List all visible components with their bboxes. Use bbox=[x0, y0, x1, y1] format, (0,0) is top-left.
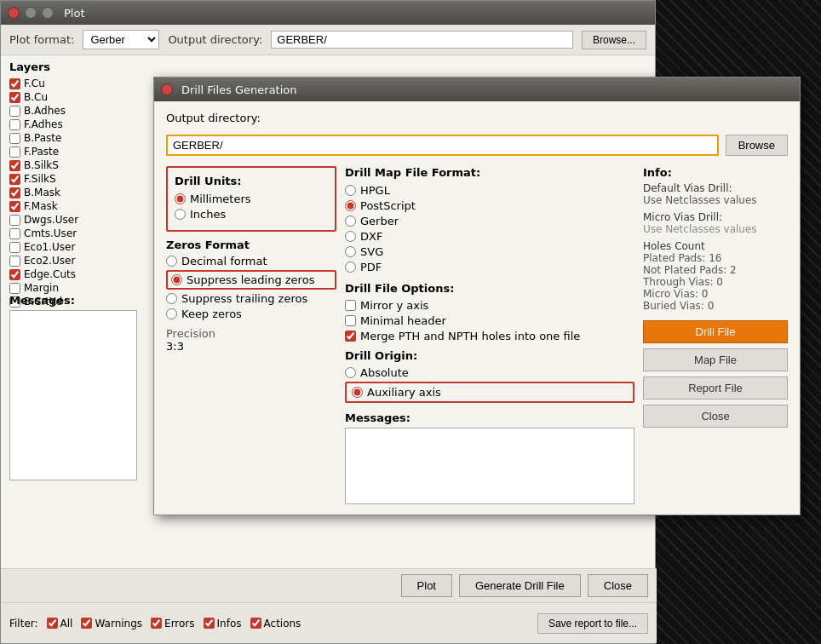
filter-warnings-item[interactable]: Warnings bbox=[81, 618, 142, 630]
filter-infos-item[interactable]: Infos bbox=[204, 618, 242, 630]
layer-cmts-check[interactable] bbox=[9, 228, 20, 239]
layer-bmask-check[interactable] bbox=[9, 187, 20, 198]
toolbar: Plot format: Gerber Output directory: Br… bbox=[1, 25, 655, 55]
minimal-header-row: Minimal header bbox=[345, 314, 634, 327]
browse-button[interactable]: Browse... bbox=[582, 31, 646, 49]
layer-eco1-check[interactable] bbox=[9, 242, 20, 253]
pdf-row: PDF bbox=[345, 261, 634, 273]
drill-dialog: Drill Files Generation Output directory:… bbox=[153, 77, 801, 515]
generate-drill-button[interactable]: Generate Drill File bbox=[459, 574, 581, 597]
layer-badhes-check[interactable] bbox=[9, 106, 20, 117]
postscript-row: PostScript bbox=[345, 199, 634, 212]
layer-dwgs-check[interactable] bbox=[9, 215, 20, 226]
decimal-format-radio[interactable] bbox=[166, 256, 177, 267]
close-btn[interactable] bbox=[8, 7, 20, 19]
filter-errors-item[interactable]: Errors bbox=[151, 618, 195, 630]
minimize-btn[interactable] bbox=[25, 7, 37, 19]
bottom-action-bar: Plot Generate Drill File Close bbox=[1, 568, 657, 602]
precision-value: 3:3 bbox=[166, 340, 336, 353]
layer-bsilks-check[interactable] bbox=[9, 160, 20, 171]
hpgl-label: HPGL bbox=[360, 184, 390, 197]
drill-close-dialog-button[interactable]: Close bbox=[643, 405, 788, 428]
suppress-trailing-row: Suppress trailing zeros bbox=[166, 292, 336, 305]
hpgl-row: HPGL bbox=[345, 184, 634, 197]
output-input[interactable] bbox=[271, 31, 573, 49]
pdf-label: PDF bbox=[360, 261, 382, 273]
layer-bcu-check[interactable] bbox=[9, 92, 20, 103]
precision-section: Precision 3:3 bbox=[166, 327, 336, 353]
inches-label: Inches bbox=[190, 208, 226, 221]
absolute-radio[interactable] bbox=[345, 367, 356, 378]
layer-fsilks-check[interactable] bbox=[9, 174, 20, 185]
filter-all-item[interactable]: All bbox=[47, 618, 73, 630]
drill-output-label: Output directory: bbox=[166, 112, 261, 124]
filter-warnings-check[interactable] bbox=[81, 618, 92, 629]
postscript-radio[interactable] bbox=[345, 200, 356, 211]
save-report-button[interactable]: Save report to file... bbox=[537, 613, 648, 634]
filter-infos-check[interactable] bbox=[204, 618, 215, 629]
merge-pth-check[interactable] bbox=[345, 331, 356, 342]
drill-close-btn[interactable] bbox=[161, 83, 173, 95]
svg-radio[interactable] bbox=[345, 246, 356, 257]
drill-units-section: Drill Units: Millimeters Inches bbox=[166, 166, 336, 232]
plated-pads-value: Plated Pads: 16 bbox=[643, 252, 788, 264]
dxf-label: DXF bbox=[360, 230, 382, 243]
report-file-button[interactable]: Report File bbox=[643, 377, 788, 400]
inches-radio[interactable] bbox=[175, 209, 186, 220]
suppress-leading-radio[interactable] bbox=[171, 274, 182, 285]
layer-eco2-check[interactable] bbox=[9, 256, 20, 267]
auxiliary-axis-radio[interactable] bbox=[352, 387, 363, 398]
drill-output-row: Output directory: bbox=[166, 112, 788, 124]
hpgl-radio[interactable] bbox=[345, 185, 356, 196]
suppress-trailing-label: Suppress trailing zeros bbox=[181, 292, 307, 305]
drill-left-column: Drill Units: Millimeters Inches Zeros Fo… bbox=[166, 166, 336, 504]
format-label: Plot format: bbox=[9, 33, 74, 46]
through-vias-value: Through Vias: 0 bbox=[643, 276, 788, 288]
millimeters-radio[interactable] bbox=[175, 193, 186, 204]
layer-fcu-check[interactable] bbox=[9, 78, 20, 89]
filter-errors-check[interactable] bbox=[151, 618, 162, 629]
map-format-group: Drill Map File Format: HPGL PostScript G… bbox=[345, 166, 634, 273]
info-title: Info: bbox=[643, 166, 788, 179]
minimal-header-check[interactable] bbox=[345, 315, 356, 326]
drill-title: Drill Files Generation bbox=[181, 83, 297, 96]
layer-bpaste-check[interactable] bbox=[9, 133, 20, 144]
layer-fpaste-check[interactable] bbox=[9, 147, 20, 158]
maximize-btn[interactable] bbox=[42, 7, 54, 19]
dxf-radio[interactable] bbox=[345, 231, 356, 242]
keep-zeros-row: Keep zeros bbox=[166, 308, 336, 320]
gerber-map-row: Gerber bbox=[345, 215, 634, 227]
default-vias-drill-value: Use Netclasses values bbox=[643, 194, 788, 206]
drill-origin-section: Drill Origin: Absolute Auxiliary axis bbox=[345, 349, 634, 403]
filter-infos-label: Infos bbox=[217, 618, 242, 630]
filter-actions-item[interactable]: Actions bbox=[250, 618, 301, 630]
format-select[interactable]: Gerber bbox=[83, 30, 159, 49]
filter-actions-check[interactable] bbox=[250, 618, 261, 629]
plot-button[interactable]: Plot bbox=[401, 574, 452, 597]
postscript-label: PostScript bbox=[360, 199, 416, 212]
filter-errors-label: Errors bbox=[164, 618, 195, 630]
mirror-y-label: Mirror y axis bbox=[360, 299, 428, 312]
dxf-row: DXF bbox=[345, 230, 634, 243]
drill-units-title: Drill Units: bbox=[175, 175, 328, 187]
drill-file-button[interactable]: Drill File bbox=[643, 320, 788, 343]
layer-fmask-check[interactable] bbox=[9, 201, 20, 212]
layers-title: Layers bbox=[9, 60, 646, 73]
suppress-trailing-radio[interactable] bbox=[166, 293, 177, 304]
pdf-radio[interactable] bbox=[345, 262, 356, 273]
layer-edge-check[interactable] bbox=[9, 269, 20, 280]
mirror-y-check[interactable] bbox=[345, 300, 356, 311]
drill-browse-button[interactable]: Browse bbox=[726, 135, 788, 156]
keep-zeros-radio[interactable] bbox=[166, 308, 177, 319]
keep-zeros-label: Keep zeros bbox=[181, 308, 242, 320]
drill-columns: Drill Units: Millimeters Inches Zeros Fo… bbox=[166, 166, 788, 504]
gerber-map-radio[interactable] bbox=[345, 216, 356, 227]
filter-all-check[interactable] bbox=[47, 618, 58, 629]
drill-options-title: Drill File Options: bbox=[345, 282, 634, 295]
map-file-button[interactable]: Map File bbox=[643, 348, 788, 371]
drill-options-section: Drill File Options: Mirror y axis Minima… bbox=[345, 282, 634, 342]
main-close-button[interactable]: Close bbox=[588, 574, 648, 597]
layer-fadhes-check[interactable] bbox=[9, 119, 20, 130]
drill-output-input[interactable] bbox=[166, 135, 719, 156]
merge-pth-label: Merge PTH and NPTH holes into one file bbox=[360, 330, 580, 342]
